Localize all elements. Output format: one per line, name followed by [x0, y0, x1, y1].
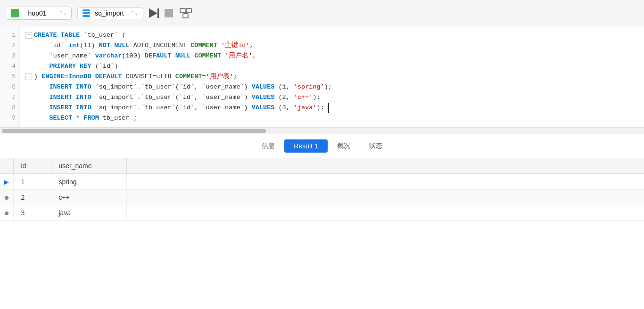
cell-id-3: 3	[13, 205, 51, 221]
cell-username-2: c++	[51, 190, 126, 205]
schema-chevron-icon: ⌃⌄	[131, 10, 138, 16]
cell-id-2: 2	[13, 190, 51, 205]
code-line-1: − CREATE TABLE `tb_user` (	[25, 30, 644, 41]
fold-btn-5[interactable]: −	[25, 73, 32, 80]
explain-icon	[179, 8, 192, 19]
run-line-icon	[157, 8, 159, 18]
col-indicator-header	[0, 158, 13, 174]
cell-username-1: spring	[51, 174, 126, 190]
tab-result1[interactable]: Result 1	[284, 139, 327, 153]
editor-scrollbar[interactable]	[0, 128, 644, 134]
table-row: 2 c++	[0, 190, 644, 205]
row-arrow-icon: ▶	[4, 178, 9, 186]
stop-button[interactable]	[165, 9, 173, 17]
row-indicator-3	[0, 205, 13, 221]
explain-button[interactable]	[179, 8, 193, 19]
line-numbers: 1 2 3 4 5 6 7 8 9	[0, 26, 20, 127]
tab-info[interactable]: 信息	[252, 139, 284, 153]
cell-empty-2	[126, 190, 644, 205]
cell-username-3: java	[51, 205, 126, 221]
tab-status[interactable]: 状态	[360, 139, 392, 153]
db-name-label: hop01	[28, 9, 47, 17]
row-dot-icon	[5, 211, 8, 215]
db-icon	[11, 9, 19, 17]
code-area[interactable]: − CREATE TABLE `tb_user` ( `id` int(11) …	[20, 26, 644, 127]
code-line-6: INSERT INTO `sq_import`.`tb_user`(`id`, …	[25, 82, 644, 92]
run-triangle-icon	[149, 8, 157, 18]
svg-rect-2	[183, 14, 188, 18]
tab-overview[interactable]: 概况	[328, 139, 360, 153]
run-button[interactable]	[149, 8, 159, 18]
code-line-7: INSERT INTO `sq_import`.`tb_user`(`id`, …	[25, 92, 644, 103]
cell-empty-3	[126, 205, 644, 221]
code-editor[interactable]: 1 2 3 4 5 6 7 8 9 − CREATE TABLE `tb_use…	[0, 26, 644, 128]
code-line-5: − ) ENGINE=InnoDB DEFAULT CHARSET=utf8 C…	[25, 72, 644, 82]
db-selector[interactable]: hop01 ⌃⌄	[6, 7, 72, 20]
schema-selector[interactable]: sq_import ⌃⌄	[77, 7, 143, 19]
fold-btn-1[interactable]: −	[25, 32, 32, 39]
code-line-8: INSERT INTO `sq_import`.`tb_user`(`id`, …	[25, 103, 644, 113]
code-line-4: PRIMARY KEY (`id`)	[25, 61, 644, 72]
toolbar: hop01 ⌃⌄ sq_import ⌃⌄	[0, 0, 644, 26]
cell-id-1: 1	[13, 174, 51, 190]
schema-name-label: sq_import	[95, 9, 124, 17]
result-table: id user_name ▶ 1 spring 2 c++	[0, 158, 644, 221]
scrollbar-thumb[interactable]	[2, 129, 266, 133]
result-panel: id user_name ▶ 1 spring 2 c++	[0, 158, 644, 221]
cell-empty-1	[126, 174, 644, 190]
table-row: 3 java	[0, 205, 644, 221]
col-username-header[interactable]: user_name	[51, 158, 126, 174]
table-row: ▶ 1 spring	[0, 174, 644, 190]
schema-icon	[83, 9, 90, 17]
svg-rect-1	[186, 8, 191, 13]
col-empty-header	[126, 158, 644, 174]
code-line-3: `user_name` varchar(100) DEFAULT NULL CO…	[25, 51, 644, 61]
svg-rect-0	[180, 8, 185, 13]
row-indicator-1: ▶	[0, 174, 13, 190]
code-line-9: SELECT * FROM tb_user ;	[25, 113, 644, 123]
row-indicator-2	[0, 190, 13, 205]
db-chevron-icon: ⌃⌄	[59, 10, 66, 16]
code-line-2: `id` int(11) NOT NULL AUTO_INCREMENT COM…	[25, 41, 644, 51]
result-tabs: 信息 Result 1 概况 状态	[0, 134, 644, 158]
row-dot-icon	[5, 196, 8, 200]
col-id-header[interactable]: id	[13, 158, 51, 174]
